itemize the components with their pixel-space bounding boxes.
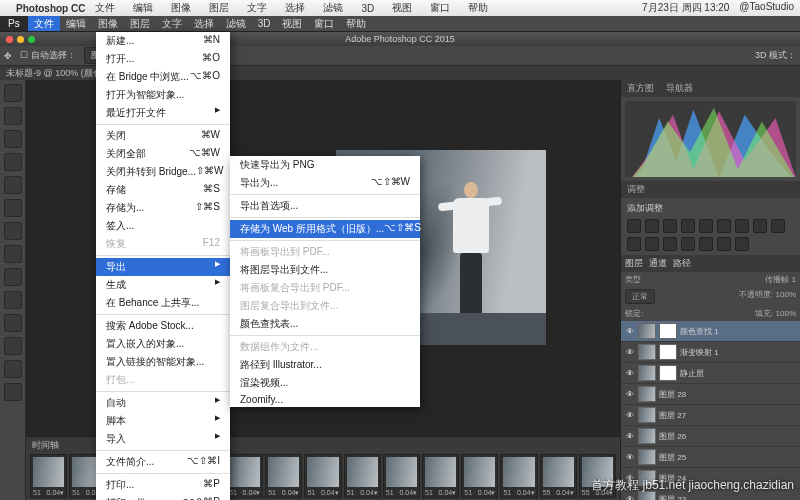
- menu-item[interactable]: 关闭全部⌥⌘W: [96, 145, 230, 163]
- mac-menu-item[interactable]: 编辑: [133, 1, 153, 15]
- app-menu-item[interactable]: 编辑: [60, 16, 92, 31]
- tab-navigator[interactable]: 导航器: [660, 80, 699, 97]
- layer-name[interactable]: 渐变映射 1: [680, 347, 719, 358]
- visibility-icon[interactable]: 👁: [625, 453, 635, 462]
- menu-item[interactable]: 置入链接的智能对象...: [96, 353, 230, 371]
- minimize-icon[interactable]: [17, 36, 24, 43]
- layer-panel-tabs[interactable]: 图层 通道 路径: [621, 255, 800, 272]
- visibility-icon[interactable]: 👁: [625, 432, 635, 441]
- menu-item[interactable]: 文件简介...⌥⇧⌘I: [96, 453, 230, 471]
- menu-item[interactable]: 导入: [96, 430, 230, 448]
- menu-item[interactable]: 数据组作为文件...: [230, 338, 420, 356]
- opacity-value[interactable]: 100%: [776, 290, 796, 299]
- app-menu-item[interactable]: 窗口: [308, 16, 340, 31]
- tab-adjust[interactable]: 调整: [621, 181, 651, 198]
- timeline-frame[interactable]: 510.04▾: [344, 454, 381, 498]
- app-menu-item[interactable]: 滤镜: [220, 16, 252, 31]
- layer-name[interactable]: 图层 28: [659, 389, 686, 400]
- mac-menu-item[interactable]: 滤镜: [323, 1, 343, 15]
- traffic-lights[interactable]: [6, 36, 35, 43]
- tool-icon[interactable]: [4, 176, 22, 194]
- tool-icon[interactable]: [4, 291, 22, 309]
- adjust-icon[interactable]: [717, 219, 731, 233]
- tool-icon[interactable]: [4, 222, 22, 240]
- menu-item[interactable]: 置入嵌入的对象...: [96, 335, 230, 353]
- layer-name[interactable]: 图层 23: [659, 494, 686, 501]
- menu-item[interactable]: 在 Behance 上共享...: [96, 294, 230, 312]
- tool-icon[interactable]: [4, 383, 22, 401]
- tab-paths[interactable]: 路径: [673, 257, 691, 270]
- menu-item[interactable]: 新建...⌘N: [96, 32, 230, 50]
- timeline-frame[interactable]: 510.04▾: [383, 454, 420, 498]
- mask-thumb[interactable]: [659, 344, 677, 360]
- layer-thumb[interactable]: [638, 323, 656, 339]
- layer-kind[interactable]: 类型: [625, 274, 641, 285]
- tool-icon[interactable]: [4, 84, 22, 102]
- menu-item[interactable]: 生成: [96, 276, 230, 294]
- layer-thumb[interactable]: [638, 428, 656, 444]
- mac-menu-item[interactable]: 窗口: [430, 1, 450, 15]
- layer-thumb[interactable]: [638, 386, 656, 402]
- tool-icon[interactable]: [4, 337, 22, 355]
- adjust-icon[interactable]: [681, 237, 695, 251]
- menu-item[interactable]: 导出首选项...: [230, 197, 420, 215]
- adjust-icon[interactable]: [645, 237, 659, 251]
- app-menu-item[interactable]: 图像: [92, 16, 124, 31]
- mac-menu-item[interactable]: 帮助: [468, 1, 488, 15]
- adjust-icon[interactable]: [735, 219, 749, 233]
- menu-item[interactable]: 颜色查找表...: [230, 315, 420, 333]
- tab-channels[interactable]: 通道: [649, 257, 667, 270]
- app-menu-item[interactable]: 文件: [28, 16, 60, 31]
- menu-item[interactable]: 导出为...⌥⇧⌘W: [230, 174, 420, 192]
- adjust-icon[interactable]: [663, 219, 677, 233]
- timeline-frame[interactable]: 510.04▾: [265, 454, 302, 498]
- tool-icon[interactable]: [4, 314, 22, 332]
- layers-list[interactable]: 👁 颜色查找 1 👁 渐变映射 1 👁 静止层 👁 图层 28 👁 图层 27 …: [621, 321, 800, 500]
- app-name[interactable]: Photoshop CC: [16, 3, 85, 14]
- layer-thumb[interactable]: [638, 449, 656, 465]
- auto-select-check[interactable]: ☐ 自动选择：: [20, 49, 76, 62]
- menu-item[interactable]: 关闭⌘W: [96, 127, 230, 145]
- tool-icon[interactable]: [4, 245, 22, 263]
- zoom-icon[interactable]: [28, 36, 35, 43]
- adjust-icon[interactable]: [663, 237, 677, 251]
- menu-item[interactable]: 打开为智能对象...: [96, 86, 230, 104]
- visibility-icon[interactable]: 👁: [625, 369, 635, 378]
- menu-item[interactable]: 打包...: [96, 371, 230, 389]
- move-tool-icon[interactable]: ✥: [4, 51, 12, 61]
- adjust-icon[interactable]: [699, 237, 713, 251]
- visibility-icon[interactable]: 👁: [625, 495, 635, 501]
- layer-thumb[interactable]: [638, 344, 656, 360]
- layer-thumb[interactable]: [638, 407, 656, 423]
- menu-item[interactable]: 打开...⌘O: [96, 50, 230, 68]
- mask-thumb[interactable]: [659, 365, 677, 381]
- app-menu-item[interactable]: 3D: [252, 16, 277, 31]
- layer-row[interactable]: 👁 图层 27: [621, 405, 800, 426]
- menu-item[interactable]: 存储为...⇧⌘S: [96, 199, 230, 217]
- timeline-frame[interactable]: 510.04▾: [422, 454, 459, 498]
- layer-row[interactable]: 👁 静止层: [621, 363, 800, 384]
- timeline-frame[interactable]: 510.04▾: [304, 454, 341, 498]
- mac-menu-item[interactable]: 选择: [285, 1, 305, 15]
- timeline-frame[interactable]: 550.04▾: [540, 454, 577, 498]
- export-submenu-dropdown[interactable]: 快速导出为 PNG导出为...⌥⇧⌘W导出首选项...存储为 Web 所用格式（…: [230, 156, 420, 407]
- timeline-frame[interactable]: 510.04▾: [461, 454, 498, 498]
- adjust-icon[interactable]: [753, 219, 767, 233]
- timeline-frame[interactable]: 510.04▾: [226, 454, 263, 498]
- menu-item[interactable]: 将图层导出到文件...: [230, 261, 420, 279]
- layer-row[interactable]: 👁 图层 25: [621, 447, 800, 468]
- visibility-icon[interactable]: 👁: [625, 327, 635, 336]
- close-icon[interactable]: [6, 36, 13, 43]
- menu-item[interactable]: 脚本: [96, 412, 230, 430]
- menu-item[interactable]: 恢复F12: [96, 235, 230, 253]
- mac-menu-item[interactable]: 文件: [95, 1, 115, 15]
- layer-name[interactable]: 颜色查找 1: [680, 326, 719, 337]
- menu-item[interactable]: 存储为 Web 所用格式（旧版）...⌥⇧⌘S: [230, 220, 420, 238]
- tool-icon[interactable]: [4, 107, 22, 125]
- tool-icon[interactable]: [4, 199, 22, 217]
- menu-item[interactable]: 存储⌘S: [96, 181, 230, 199]
- fill-value[interactable]: 100%: [776, 309, 796, 318]
- user[interactable]: @TaoStudio: [739, 1, 794, 15]
- menu-item[interactable]: 打印一份⌥⇧⌘P: [96, 494, 230, 500]
- menu-item[interactable]: 快速导出为 PNG: [230, 156, 420, 174]
